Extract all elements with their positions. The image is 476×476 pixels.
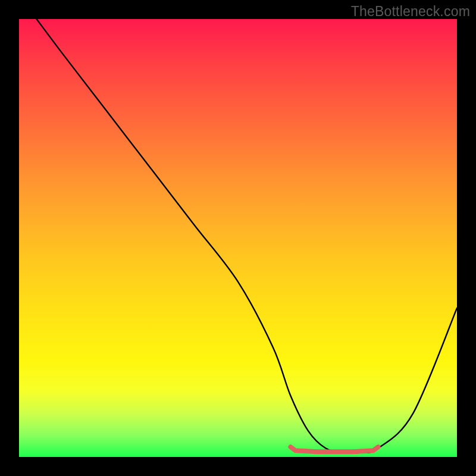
bottleneck-curve xyxy=(36,19,457,453)
chart-frame: TheBottleneck.com xyxy=(0,0,476,476)
optimal-range-marker xyxy=(290,447,378,452)
plot-area xyxy=(19,19,457,457)
curve-svg xyxy=(19,19,457,457)
watermark-text: TheBottleneck.com xyxy=(351,4,470,20)
